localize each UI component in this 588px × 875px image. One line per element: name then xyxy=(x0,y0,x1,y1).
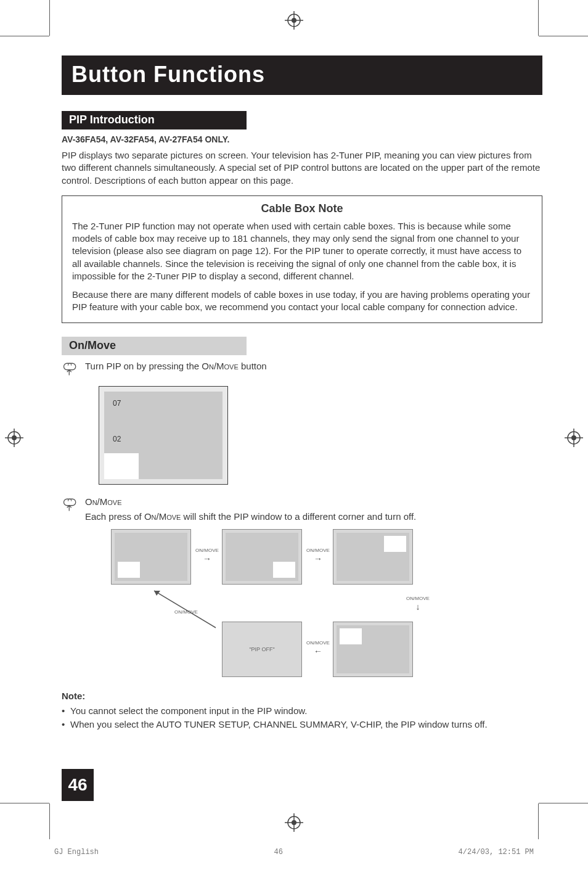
pip-intro-body: PIP displays two separate pictures on sc… xyxy=(62,149,542,187)
arrow-down-icon: ↓ xyxy=(404,602,431,612)
list-item: When you select the AUTO TUNER SETUP, CH… xyxy=(62,718,542,731)
on-move-line2-suffix: will shift the PIP window to a different… xyxy=(181,511,416,522)
on-move-subheading: On/Move xyxy=(85,496,542,508)
on-move-button-label-2: On/Move xyxy=(144,511,181,522)
tv-pip-window xyxy=(104,453,139,479)
footer-right: 4/24/03, 12:51 PM xyxy=(459,848,534,857)
tv-channel-pip: 02 xyxy=(113,435,121,443)
svg-line-18 xyxy=(154,591,216,628)
cycle-arrow-1: ON/MOVE→ xyxy=(194,548,221,564)
footer-mid: 46 xyxy=(274,848,283,857)
crop-mark xyxy=(0,803,49,803)
arrow-right-icon: → xyxy=(194,554,221,564)
on-move-cycle-diagram: "PIP OFF" ON/MOVE→ ON/MOVE→ ON/MOVE↓ ON/… xyxy=(111,529,431,683)
cable-box-note: Cable Box Note The 2-Tuner PIP function … xyxy=(62,195,542,323)
registration-mark-right-icon xyxy=(565,429,583,447)
crop-mark xyxy=(539,803,588,803)
registration-mark-top-icon xyxy=(285,11,303,30)
hand-press-icon xyxy=(62,496,85,516)
arrow-right-icon: → xyxy=(304,554,332,564)
cable-box-note-para1: The 2-Tuner PIP function may not operate… xyxy=(72,220,532,282)
cycle-arrow-4: ON/MOVE← xyxy=(304,640,332,656)
cable-box-note-heading: Cable Box Note xyxy=(72,202,532,215)
page-number-badge: 46 xyxy=(62,769,94,801)
on-move-line2: On/Move Each press of On/Move will shift… xyxy=(85,496,542,524)
page-title-bar: Button Functions xyxy=(62,55,542,95)
cycle-state-top-right xyxy=(333,529,413,585)
arrow-left-icon: ← xyxy=(304,646,332,657)
cycle-arrow-2: ON/MOVE→ xyxy=(304,548,332,564)
notes-list: You cannot select the component input in… xyxy=(62,705,542,731)
section-heading-on-move: On/Move xyxy=(62,337,247,355)
crop-mark xyxy=(538,803,539,839)
svg-rect-17 xyxy=(64,499,76,506)
registration-mark-left-icon xyxy=(5,429,23,447)
tv-channel-main: 07 xyxy=(113,399,121,408)
section-heading-pip-introduction: PIP Introduction xyxy=(62,111,247,129)
svg-point-3 xyxy=(292,18,296,23)
on-move-line2-prefix: Each press of xyxy=(85,511,144,522)
cycle-state-bottom-left xyxy=(111,529,191,585)
svg-rect-16 xyxy=(64,363,76,370)
cycle-state-bottom-right xyxy=(222,529,302,585)
hand-press-icon xyxy=(62,360,85,380)
on-move-line1-suffix: button xyxy=(239,361,267,371)
print-footer: GJ English 46 4/24/03, 12:51 PM xyxy=(54,848,534,857)
cable-box-note-para2: Because there are many different models … xyxy=(72,289,532,314)
tv-diagram: 07 02 xyxy=(99,386,228,485)
models-only-line: AV-36FA54, AV-32FA54, AV-27FA54 ONLY. xyxy=(62,134,542,144)
arrow-diagonal-icon xyxy=(148,585,222,634)
crop-mark xyxy=(539,36,588,36)
cycle-state-off: "PIP OFF" xyxy=(222,622,302,677)
crop-mark xyxy=(49,0,50,36)
svg-point-7 xyxy=(12,435,17,440)
on-move-line1-prefix: Turn PIP on by pressing the xyxy=(85,361,202,371)
page-title: Button Functions xyxy=(71,62,533,88)
footer-left: GJ English xyxy=(54,848,99,857)
svg-point-15 xyxy=(292,820,296,825)
on-move-line1: Turn PIP on by pressing the On/Move butt… xyxy=(85,360,542,372)
cycle-arrow-3: ON/MOVE↓ xyxy=(404,596,431,612)
crop-mark xyxy=(538,0,539,36)
cycle-off-label: "PIP OFF" xyxy=(226,625,298,673)
svg-point-11 xyxy=(571,435,576,440)
svg-marker-19 xyxy=(154,591,160,596)
notes-heading: Note: xyxy=(62,691,542,701)
crop-mark xyxy=(0,36,49,36)
cycle-state-top-left xyxy=(333,622,413,677)
list-item: You cannot select the component input in… xyxy=(62,705,542,717)
registration-mark-bottom-icon xyxy=(285,813,303,832)
crop-mark xyxy=(49,803,50,839)
on-move-button-label: On/Move xyxy=(202,361,239,371)
